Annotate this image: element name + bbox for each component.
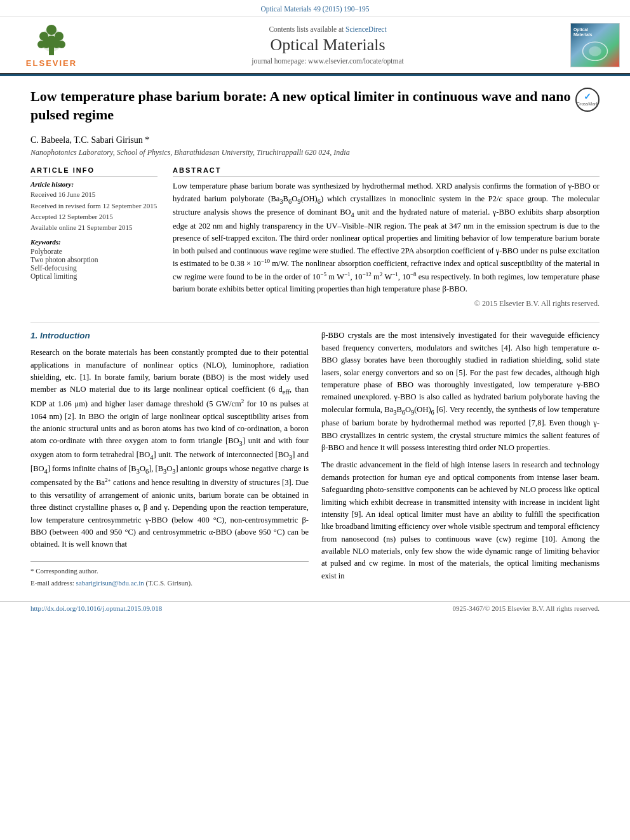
footnotes: * Corresponding author. E-mail address: … bbox=[30, 561, 309, 589]
abstract-text: Low temperature phase barium borate was … bbox=[173, 180, 600, 295]
svg-text:Materials: Materials bbox=[573, 32, 593, 37]
keyword-4: Optical limiting bbox=[30, 272, 158, 280]
article-info-heading: ARTICLE INFO bbox=[30, 166, 158, 177]
elsevier-branding: ELSEVIER bbox=[10, 22, 93, 68]
available-date: Available online 21 September 2015 bbox=[30, 223, 158, 232]
keyword-3: Self-defocusing bbox=[30, 264, 158, 272]
affiliation: Nanophotonics Laboratory, School of Phys… bbox=[30, 148, 600, 157]
article-info-col: ARTICLE INFO Article history: Received 1… bbox=[30, 166, 158, 311]
keywords-label: Keywords: bbox=[30, 238, 158, 246]
journal-cover-image: Optical Materials bbox=[570, 23, 620, 67]
title-area: Low temperature phase barium borate: A n… bbox=[30, 88, 600, 130]
intro-para-2: β-BBO crystals are the most intensively … bbox=[321, 330, 600, 454]
svg-point-9 bbox=[46, 36, 57, 47]
article-history-label: Article history: bbox=[30, 180, 158, 188]
crossmark-symbol: ✓ bbox=[584, 91, 591, 102]
main-content: Low temperature phase barium borate: A n… bbox=[0, 76, 630, 601]
elsevier-label: ELSEVIER bbox=[26, 58, 77, 68]
abstract-heading: ABSTRACT bbox=[173, 166, 600, 177]
top-bar: Optical Materials 49 (2015) 190–195 bbox=[0, 0, 630, 17]
issn-text: 0925-3467/© 2015 Elsevier B.V. All right… bbox=[453, 604, 600, 612]
journal-homepage: journal homepage: www.elsevier.com/locat… bbox=[93, 57, 563, 65]
body-col-left: 1. Introduction Research on the borate m… bbox=[30, 330, 309, 589]
intro-para-1: Research on the borate materials has bee… bbox=[30, 347, 309, 550]
accepted-date: Accepted 12 September 2015 bbox=[30, 212, 158, 222]
copyright-line: © 2015 Elsevier B.V. All rights reserved… bbox=[173, 299, 600, 309]
keywords-section: Keywords: Polyborate Two photon absorpti… bbox=[30, 238, 158, 280]
journal-cover: Optical Materials bbox=[563, 23, 620, 67]
doi-link[interactable]: http://dx.doi.org/10.1016/j.optmat.2015.… bbox=[30, 604, 162, 612]
crossmark-badge: ✓ CrossMark bbox=[575, 88, 600, 112]
doi-bar: http://dx.doi.org/10.1016/j.optmat.2015.… bbox=[0, 601, 630, 615]
journal-title: Optical Materials bbox=[93, 36, 563, 55]
article-info-abstract: ARTICLE INFO Article history: Received 1… bbox=[30, 166, 600, 311]
email-link[interactable]: sabarigirisun@bdu.ac.in bbox=[76, 579, 144, 587]
journal-header: ELSEVIER Contents lists available at Sci… bbox=[0, 17, 630, 74]
section-divider bbox=[30, 323, 600, 323]
corresponding-label: * Corresponding author. bbox=[30, 566, 309, 577]
keyword-1: Polyborate bbox=[30, 248, 158, 255]
svg-text:Optical: Optical bbox=[573, 27, 588, 32]
body-col-right: β-BBO crystals are the most intensively … bbox=[321, 330, 600, 589]
sciencedirect-link[interactable]: ScienceDirect bbox=[345, 25, 387, 33]
body-content: 1. Introduction Research on the borate m… bbox=[30, 330, 600, 589]
elsevier-tree-icon bbox=[32, 22, 70, 57]
article-title: Low temperature phase barium borate: A n… bbox=[30, 88, 575, 124]
journal-header-center: Contents lists available at ScienceDirec… bbox=[93, 25, 563, 65]
svg-point-14 bbox=[589, 46, 601, 57]
abstract-col: ABSTRACT Low temperature phase barium bo… bbox=[173, 166, 600, 311]
intro-section-title: 1. Introduction bbox=[30, 330, 309, 343]
journal-ref: Optical Materials 49 (2015) 190–195 bbox=[260, 5, 369, 13]
svg-point-2 bbox=[46, 25, 57, 35]
keyword-2: Two photon absorption bbox=[30, 256, 158, 263]
cover-svg: Optical Materials bbox=[571, 23, 619, 67]
crossmark-label: CrossMark bbox=[577, 102, 598, 106]
intro-para-3: The drastic advancement in the field of … bbox=[321, 459, 600, 582]
elsevier-logo: ELSEVIER bbox=[26, 22, 77, 68]
contents-line: Contents lists available at ScienceDirec… bbox=[93, 25, 563, 33]
authors: C. Babeela, T.C. Sabari Girisun * bbox=[30, 135, 600, 145]
email-line: E-mail address: sabarigirisun@bdu.ac.in … bbox=[30, 578, 309, 589]
revised-date: Received in revised form 12 September 20… bbox=[30, 201, 158, 211]
received-date: Received 16 June 2015 bbox=[30, 190, 158, 199]
